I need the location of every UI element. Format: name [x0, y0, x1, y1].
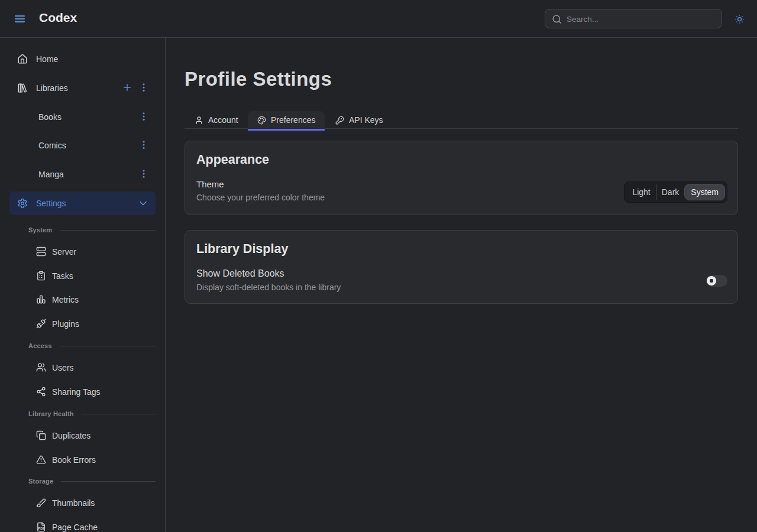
svg-text:PDF: PDF — [38, 527, 46, 530]
